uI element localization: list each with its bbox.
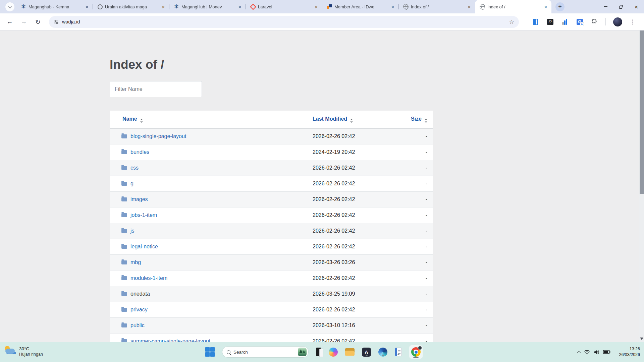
tab-search-button[interactable] xyxy=(5,2,14,11)
wifi-icon[interactable] xyxy=(584,350,590,354)
browser-tab-6[interactable]: Index of /× xyxy=(398,0,475,13)
reload-icon: ↻ xyxy=(35,18,41,26)
file-name-link[interactable]: summer-camp-single-page-layout xyxy=(130,338,210,342)
last-modified-value: 2026-02-26 02:42 xyxy=(313,302,393,317)
file-name-link[interactable]: bundles xyxy=(130,149,149,155)
translate-extension-icon[interactable]: G xyxy=(576,18,583,25)
table-row: modules-1-item2026-02-26 02:42- xyxy=(110,270,433,286)
scrollbar-thumb[interactable] xyxy=(640,31,644,194)
back-button[interactable]: ← xyxy=(3,16,16,27)
size-value: - xyxy=(393,333,433,342)
browser-tab-7[interactable]: Index of /× xyxy=(475,0,551,13)
close-tab-icon[interactable]: × xyxy=(160,4,166,10)
tab-title: MagangHub | Monev xyxy=(181,4,235,9)
globe-icon xyxy=(479,4,485,10)
folder-icon xyxy=(121,245,127,249)
last-modified-value: 2026-02-26 02:42 xyxy=(313,207,393,223)
close-tab-icon[interactable]: × xyxy=(237,4,243,10)
app-a-button[interactable]: A xyxy=(362,348,371,357)
close-window-button[interactable]: × xyxy=(629,0,644,13)
phone-link-button[interactable] xyxy=(316,348,321,356)
laravel-icon xyxy=(250,4,256,10)
battery-icon[interactable] xyxy=(603,350,610,354)
edge-button[interactable] xyxy=(378,348,387,357)
notepad-button[interactable] xyxy=(395,348,402,356)
browser-tab-3[interactable]: MagangHub | Monev× xyxy=(169,0,246,13)
weather-widget[interactable]: 30°C Hujan ringan xyxy=(4,346,43,357)
side-panel-icon[interactable] xyxy=(532,18,539,25)
directory-index-page: Index of / Name Last Modified Size blog-… xyxy=(110,31,433,342)
browser-tab-2[interactable]: Uraian aktivitas maga× xyxy=(93,0,169,13)
clock-time: 13:26 xyxy=(619,346,640,352)
tray-chevron-up-icon[interactable] xyxy=(577,351,581,355)
file-name-link[interactable]: g xyxy=(130,181,133,187)
browser-tab-1[interactable]: Maganghub - Kemna× xyxy=(16,0,93,13)
volume-icon[interactable] xyxy=(594,350,599,355)
close-icon: × xyxy=(634,4,638,10)
tab-title: Maganghub - Kemna xyxy=(29,4,82,9)
profile-avatar[interactable] xyxy=(613,17,622,26)
file-name-link[interactable]: jobs-1-item xyxy=(130,212,157,218)
page-scrollbar[interactable] xyxy=(639,31,644,342)
last-modified-value: 2026-02-26 02:42 xyxy=(313,270,393,286)
chrome-button[interactable] xyxy=(409,345,423,359)
file-name-link[interactable]: js xyxy=(130,228,135,234)
reload-button[interactable]: ↻ xyxy=(32,16,44,27)
file-name-link[interactable]: public xyxy=(130,322,145,328)
back-icon: ← xyxy=(7,18,13,25)
weather-condition: Hujan ringan xyxy=(19,352,43,357)
table-row: blog-single-page-layout2026-02-26 02:42- xyxy=(110,128,433,144)
new-tab-button[interactable]: + xyxy=(555,2,565,11)
minimize-icon xyxy=(604,6,607,7)
column-header-last-modified[interactable]: Last Modified xyxy=(313,111,393,128)
idwebhost-icon xyxy=(326,4,332,10)
folder-icon xyxy=(121,260,127,264)
column-header-size[interactable]: Size xyxy=(393,111,433,128)
site-settings-icon[interactable] xyxy=(54,19,59,24)
address-bar[interactable]: wadja.id ☆ xyxy=(49,16,519,28)
close-tab-icon[interactable]: × xyxy=(84,4,90,10)
folder-icon xyxy=(121,150,127,154)
copilot-button[interactable] xyxy=(329,348,338,357)
minimize-button[interactable] xyxy=(598,0,613,13)
file-explorer-button[interactable] xyxy=(345,348,355,356)
bookmark-star-icon[interactable]: ☆ xyxy=(509,18,514,25)
browser-tab-5[interactable]: Member Area - IDwe× xyxy=(322,0,398,13)
column-header-name[interactable]: Name xyxy=(110,111,313,128)
size-value: - xyxy=(393,270,433,286)
chevron-down-icon xyxy=(8,4,12,8)
close-tab-icon[interactable]: × xyxy=(543,4,549,10)
forward-button[interactable]: → xyxy=(17,16,30,27)
page-title: Index of / xyxy=(110,57,433,72)
file-name-link[interactable]: legal-notice xyxy=(130,244,158,250)
scrollbar-down-arrow-icon[interactable] xyxy=(640,338,643,340)
folder-icon xyxy=(121,197,127,201)
clock-date: 26/03/2026 xyxy=(619,352,640,358)
close-tab-icon[interactable]: × xyxy=(390,4,396,10)
file-name-link[interactable]: privacy xyxy=(130,307,148,313)
fonts-extension-icon[interactable]: f? xyxy=(546,18,554,25)
menu-kebab-icon[interactable]: ⋮ xyxy=(630,18,635,25)
file-name-link[interactable]: mbg xyxy=(130,259,141,265)
extensions-puzzle-icon[interactable] xyxy=(591,18,598,25)
size-value: - xyxy=(393,144,433,160)
folder-icon xyxy=(121,166,127,170)
close-tab-icon[interactable]: × xyxy=(466,4,472,10)
stats-extension-icon[interactable] xyxy=(561,18,569,25)
weather-temp: 30°C xyxy=(19,346,43,352)
start-button[interactable] xyxy=(205,347,215,357)
taskbar-clock[interactable]: 13:26 26/03/2026 xyxy=(619,346,640,358)
restore-button[interactable] xyxy=(613,0,629,13)
taskbar-search[interactable]: Search xyxy=(222,346,309,358)
size-value: - xyxy=(393,286,433,302)
tab-title: Index of / xyxy=(487,4,541,9)
copilot-icon xyxy=(329,348,338,357)
file-name-link[interactable]: css xyxy=(130,165,139,171)
file-name-link[interactable]: blog-single-page-layout xyxy=(130,133,186,139)
file-name-link[interactable]: modules-1-item xyxy=(130,275,167,281)
browser-tab-4[interactable]: Laravel× xyxy=(246,0,322,13)
taskbar-center: Search A xyxy=(205,342,423,362)
filter-name-input[interactable] xyxy=(110,81,202,97)
file-name-link[interactable]: images xyxy=(130,196,148,202)
close-tab-icon[interactable]: × xyxy=(313,4,319,10)
